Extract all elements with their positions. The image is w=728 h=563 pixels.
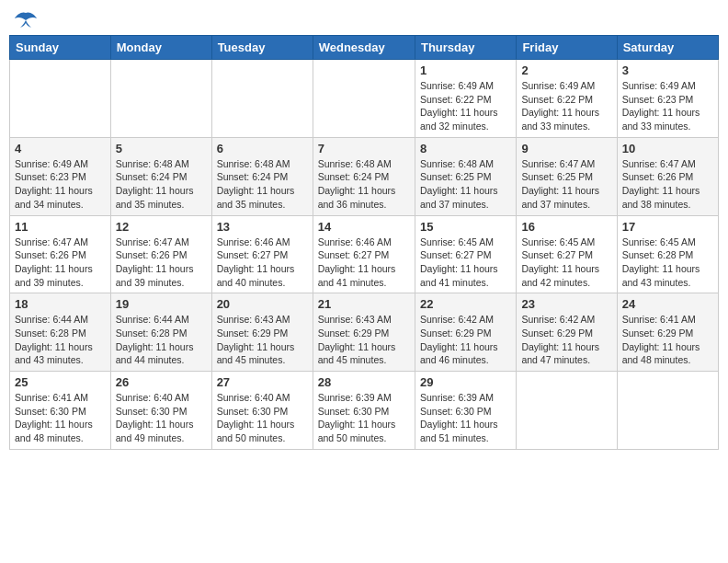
day-info: Sunrise: 6:48 AM Sunset: 6:24 PM Dayligh…: [116, 157, 207, 212]
calendar-cell: 7Sunrise: 6:48 AM Sunset: 6:24 PM Daylig…: [313, 137, 415, 215]
weekday-header-friday: Friday: [517, 36, 617, 60]
day-number: 23: [521, 297, 611, 311]
calendar-cell: 2Sunrise: 6:49 AM Sunset: 6:22 PM Daylig…: [517, 60, 617, 138]
day-info: Sunrise: 6:45 AM Sunset: 6:27 PM Dayligh…: [521, 236, 611, 290]
day-info: Sunrise: 6:39 AM Sunset: 6:30 PM Dayligh…: [318, 391, 410, 445]
calendar-week-2: 4Sunrise: 6:49 AM Sunset: 6:23 PM Daylig…: [10, 137, 719, 215]
day-info: Sunrise: 6:46 AM Sunset: 6:27 PM Dayligh…: [217, 236, 308, 290]
day-info: Sunrise: 6:47 AM Sunset: 6:26 PM Dayligh…: [116, 236, 207, 290]
calendar-cell: 28Sunrise: 6:39 AM Sunset: 6:30 PM Dayli…: [313, 372, 415, 450]
day-info: Sunrise: 6:48 AM Sunset: 6:25 PM Dayligh…: [420, 157, 511, 212]
day-number: 8: [420, 142, 511, 155]
day-number: 21: [318, 297, 410, 311]
calendar-cell: 9Sunrise: 6:47 AM Sunset: 6:25 PM Daylig…: [517, 137, 617, 215]
calendar-cell: 18Sunrise: 6:44 AM Sunset: 6:28 PM Dayli…: [10, 293, 111, 372]
weekday-header-saturday: Saturday: [617, 36, 718, 60]
calendar-week-5: 25Sunrise: 6:41 AM Sunset: 6:30 PM Dayli…: [10, 372, 719, 450]
day-number: 14: [318, 220, 410, 234]
calendar-cell: 3Sunrise: 6:49 AM Sunset: 6:23 PM Daylig…: [617, 60, 718, 138]
calendar-cell: 23Sunrise: 6:42 AM Sunset: 6:29 PM Dayli…: [517, 293, 617, 372]
calendar-cell: 19Sunrise: 6:44 AM Sunset: 6:28 PM Dayli…: [110, 293, 211, 372]
calendar-cell: 16Sunrise: 6:45 AM Sunset: 6:27 PM Dayli…: [517, 215, 617, 293]
day-info: Sunrise: 6:49 AM Sunset: 6:23 PM Dayligh…: [15, 157, 106, 212]
day-number: 2: [521, 63, 611, 77]
day-info: Sunrise: 6:39 AM Sunset: 6:30 PM Dayligh…: [420, 391, 511, 445]
day-info: Sunrise: 6:43 AM Sunset: 6:29 PM Dayligh…: [318, 313, 410, 367]
day-number: 22: [420, 297, 511, 311]
day-number: 16: [521, 220, 611, 234]
day-number: 10: [622, 142, 713, 155]
calendar-cell: 29Sunrise: 6:39 AM Sunset: 6:30 PM Dayli…: [415, 372, 516, 450]
day-info: Sunrise: 6:43 AM Sunset: 6:29 PM Dayligh…: [217, 313, 308, 367]
calendar-cell: 12Sunrise: 6:47 AM Sunset: 6:26 PM Dayli…: [110, 215, 211, 293]
calendar-cell: [211, 60, 313, 138]
day-number: 11: [15, 220, 106, 234]
calendar-cell: [10, 60, 111, 138]
day-number: 7: [318, 142, 410, 155]
day-info: Sunrise: 6:45 AM Sunset: 6:28 PM Dayligh…: [622, 236, 713, 290]
day-number: 5: [116, 142, 207, 155]
calendar-cell: 5Sunrise: 6:48 AM Sunset: 6:24 PM Daylig…: [110, 137, 211, 215]
calendar-cell: 14Sunrise: 6:46 AM Sunset: 6:27 PM Dayli…: [313, 215, 415, 293]
calendar-cell: 26Sunrise: 6:40 AM Sunset: 6:30 PM Dayli…: [110, 372, 211, 450]
calendar-cell: 15Sunrise: 6:45 AM Sunset: 6:27 PM Dayli…: [415, 215, 516, 293]
day-info: Sunrise: 6:48 AM Sunset: 6:24 PM Dayligh…: [217, 157, 308, 212]
day-info: Sunrise: 6:40 AM Sunset: 6:30 PM Dayligh…: [116, 391, 207, 445]
day-info: Sunrise: 6:45 AM Sunset: 6:27 PM Dayligh…: [420, 236, 511, 290]
day-number: 28: [318, 375, 410, 389]
day-info: Sunrise: 6:46 AM Sunset: 6:27 PM Dayligh…: [318, 236, 410, 290]
day-number: 24: [622, 297, 713, 311]
calendar-cell: [517, 372, 617, 450]
day-number: 6: [217, 142, 308, 155]
day-info: Sunrise: 6:44 AM Sunset: 6:28 PM Dayligh…: [15, 313, 106, 367]
calendar-header-row: SundayMondayTuesdayWednesdayThursdayFrid…: [10, 36, 719, 60]
calendar-cell: 4Sunrise: 6:49 AM Sunset: 6:23 PM Daylig…: [10, 137, 111, 215]
calendar-cell: 17Sunrise: 6:45 AM Sunset: 6:28 PM Dayli…: [617, 215, 718, 293]
weekday-header-thursday: Thursday: [415, 36, 516, 60]
day-number: 17: [622, 220, 713, 234]
day-info: Sunrise: 6:47 AM Sunset: 6:26 PM Dayligh…: [622, 157, 713, 212]
day-number: 12: [116, 220, 207, 234]
day-info: Sunrise: 6:49 AM Sunset: 6:23 PM Dayligh…: [622, 79, 713, 133]
day-info: Sunrise: 6:47 AM Sunset: 6:25 PM Dayligh…: [521, 157, 611, 212]
day-info: Sunrise: 6:42 AM Sunset: 6:29 PM Dayligh…: [420, 313, 511, 367]
day-number: 3: [622, 63, 713, 77]
day-info: Sunrise: 6:44 AM Sunset: 6:28 PM Dayligh…: [116, 313, 207, 367]
day-number: 13: [217, 220, 308, 234]
calendar-cell: 10Sunrise: 6:47 AM Sunset: 6:26 PM Dayli…: [617, 137, 718, 215]
logo: [13, 9, 42, 29]
page-header: [9, 9, 719, 29]
weekday-header-monday: Monday: [110, 36, 211, 60]
calendar-cell: 11Sunrise: 6:47 AM Sunset: 6:26 PM Dayli…: [10, 215, 111, 293]
calendar-cell: 21Sunrise: 6:43 AM Sunset: 6:29 PM Dayli…: [313, 293, 415, 372]
day-number: 15: [420, 220, 511, 234]
day-number: 9: [521, 142, 611, 155]
calendar-cell: [617, 372, 718, 450]
calendar-cell: 6Sunrise: 6:48 AM Sunset: 6:24 PM Daylig…: [211, 137, 313, 215]
calendar-table: SundayMondayTuesdayWednesdayThursdayFrid…: [9, 35, 719, 450]
day-info: Sunrise: 6:42 AM Sunset: 6:29 PM Dayligh…: [521, 313, 611, 367]
weekday-header-tuesday: Tuesday: [211, 36, 313, 60]
calendar-cell: 24Sunrise: 6:41 AM Sunset: 6:29 PM Dayli…: [617, 293, 718, 372]
weekday-header-wednesday: Wednesday: [313, 36, 415, 60]
calendar-week-3: 11Sunrise: 6:47 AM Sunset: 6:26 PM Dayli…: [10, 215, 719, 293]
day-info: Sunrise: 6:49 AM Sunset: 6:22 PM Dayligh…: [521, 79, 611, 133]
calendar-cell: 20Sunrise: 6:43 AM Sunset: 6:29 PM Dayli…: [211, 293, 313, 372]
calendar-cell: 8Sunrise: 6:48 AM Sunset: 6:25 PM Daylig…: [415, 137, 516, 215]
calendar-cell: [110, 60, 211, 138]
day-number: 29: [420, 375, 511, 389]
day-number: 19: [116, 297, 207, 311]
calendar-cell: 13Sunrise: 6:46 AM Sunset: 6:27 PM Dayli…: [211, 215, 313, 293]
day-number: 20: [217, 297, 308, 311]
calendar-cell: 25Sunrise: 6:41 AM Sunset: 6:30 PM Dayli…: [10, 372, 111, 450]
day-info: Sunrise: 6:49 AM Sunset: 6:22 PM Dayligh…: [420, 79, 511, 133]
calendar-week-4: 18Sunrise: 6:44 AM Sunset: 6:28 PM Dayli…: [10, 293, 719, 372]
day-number: 26: [116, 375, 207, 389]
day-info: Sunrise: 6:47 AM Sunset: 6:26 PM Dayligh…: [15, 236, 106, 290]
day-info: Sunrise: 6:48 AM Sunset: 6:24 PM Dayligh…: [318, 157, 410, 212]
calendar-week-1: 1Sunrise: 6:49 AM Sunset: 6:22 PM Daylig…: [10, 60, 719, 138]
day-info: Sunrise: 6:41 AM Sunset: 6:30 PM Dayligh…: [15, 391, 106, 445]
calendar-cell: 1Sunrise: 6:49 AM Sunset: 6:22 PM Daylig…: [415, 60, 516, 138]
day-number: 27: [217, 375, 308, 389]
day-number: 4: [15, 142, 106, 155]
